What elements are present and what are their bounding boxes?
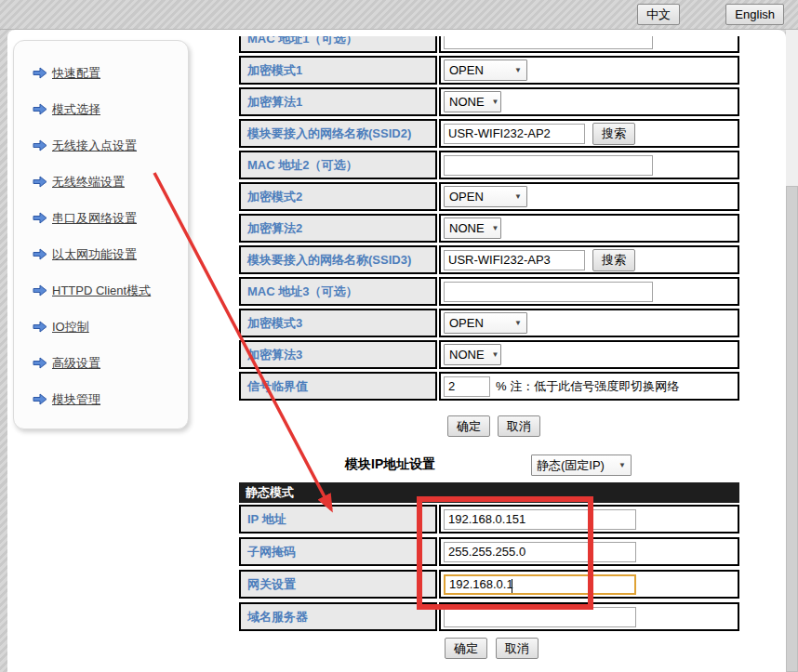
table-row-dns-server: 域名服务器: [239, 602, 739, 631]
row-label: MAC 地址1（可选）: [247, 36, 357, 47]
row-label: 加密模式1: [247, 62, 302, 79]
row-label: 加密算法1: [247, 94, 302, 111]
encryption-mode3-select[interactable]: OPEN ▼: [444, 312, 527, 334]
row-label: 网关设置: [247, 576, 296, 593]
mac1-input[interactable]: [444, 36, 653, 49]
mac3-input[interactable]: [444, 282, 653, 302]
select-value: 静态(固定IP): [537, 457, 605, 474]
table-row-gateway: 网关设置: [239, 570, 739, 599]
select-value: NONE: [449, 348, 485, 362]
static-mode-header: 静态模式: [239, 482, 739, 503]
table-row-encalgo2: 加密算法2 NONE ▼: [239, 214, 739, 243]
select-value: OPEN: [449, 190, 484, 204]
row-label: IP 地址: [247, 511, 286, 528]
table-row-encmode1: 加密模式1 OPEN ▼: [239, 56, 739, 85]
subnet-mask-input[interactable]: [444, 542, 636, 562]
table-row-mac1: MAC 地址1（可选）: [239, 36, 739, 53]
language-chinese-button[interactable]: 中文: [637, 4, 680, 25]
row-label: 子网掩码: [247, 544, 296, 560]
signal-threshold-input[interactable]: [444, 376, 490, 397]
cancel-button[interactable]: 取消: [498, 415, 540, 437]
row-label: 模块要接入的网络名称(SSID2): [247, 125, 411, 142]
row-label: 域名服务器: [247, 609, 308, 626]
row-label: 加密算法3: [247, 347, 302, 363]
ip-section-title: 模块IP地址设置: [345, 456, 435, 473]
signal-threshold-note: % 注：低于此信号强度即切换网络: [496, 378, 679, 395]
ok-button[interactable]: 确定: [447, 415, 490, 437]
language-english-button[interactable]: English: [725, 4, 784, 25]
chevron-down-icon: ▼: [514, 66, 522, 74]
table-row-ip-address: IP 地址: [239, 505, 739, 534]
row-label: 加密模式3: [247, 315, 302, 332]
table-row-encalgo1: 加密算法1 NONE ▼: [239, 87, 739, 116]
select-value: NONE: [449, 95, 485, 109]
ok-button[interactable]: 确定: [445, 638, 487, 659]
ip-mode-select[interactable]: 静态(固定IP) ▼: [531, 455, 632, 476]
select-value: NONE: [449, 221, 485, 235]
row-label: 加密模式2: [247, 189, 302, 205]
chevron-down-icon: ▼: [492, 350, 499, 359]
table-row-encalgo3: 加密算法3 NONE ▼: [239, 340, 739, 369]
encryption-algo3-select[interactable]: NONE ▼: [444, 344, 501, 365]
chevron-down-icon: ▼: [492, 98, 499, 106]
table-row-ssid2: 模块要接入的网络名称(SSID2) 搜索: [239, 119, 739, 148]
ip-address-input[interactable]: [444, 509, 636, 530]
table-row-subnet-mask: 子网掩码: [239, 537, 739, 566]
chevron-down-icon: ▼: [514, 319, 522, 327]
table-row-encmode2: 加密模式2 OPEN ▼: [239, 182, 739, 211]
table-row-mac3: MAC 地址3（可选）: [239, 277, 739, 306]
encryption-mode2-select[interactable]: OPEN ▼: [444, 186, 527, 207]
scrollbar-track[interactable]: [786, 30, 798, 672]
search-button[interactable]: 搜索: [592, 123, 635, 145]
dns-server-input[interactable]: [444, 607, 636, 627]
row-label: 加密算法2: [247, 220, 302, 237]
cancel-button[interactable]: 取消: [496, 638, 539, 659]
row-label: MAC 地址2（可选）: [247, 157, 357, 174]
encryption-mode1-select[interactable]: OPEN ▼: [444, 59, 527, 81]
main-content: MAC 地址1（可选） 加密模式1 OPEN ▼ 加密算法1 NONE ▼ 模块…: [0, 36, 786, 672]
gateway-input[interactable]: [444, 574, 636, 595]
encryption-algo2-select[interactable]: NONE ▼: [444, 217, 501, 239]
ssid3-input[interactable]: [444, 250, 585, 270]
select-value: OPEN: [449, 63, 484, 77]
top-language-bar: 中文 English: [0, 0, 798, 30]
chevron-down-icon: ▼: [492, 224, 499, 232]
row-label: 模块要接入的网络名称(SSID3): [247, 252, 411, 269]
chevron-down-icon: ▼: [514, 192, 522, 201]
encryption-algo1-select[interactable]: NONE ▼: [444, 91, 501, 112]
ssid2-input[interactable]: [444, 124, 585, 144]
table-row-mac2: MAC 地址2（可选）: [239, 151, 739, 179]
chevron-down-icon: ▼: [618, 461, 626, 469]
mac2-input[interactable]: [444, 155, 653, 176]
row-label: MAC 地址3（可选）: [247, 283, 357, 300]
row-label: 信号临界值: [247, 378, 308, 395]
table-row-ssid3: 模块要接入的网络名称(SSID3) 搜索: [239, 245, 739, 274]
text-cursor: [512, 579, 512, 593]
select-value: OPEN: [449, 316, 484, 330]
scrollbar-thumb[interactable]: [786, 186, 798, 672]
table-row-encmode3: 加密模式3 OPEN ▼: [239, 309, 739, 337]
table-row-signal-threshold: 信号临界值 % 注：低于此信号强度即切换网络: [239, 372, 739, 401]
search-button[interactable]: 搜索: [592, 249, 635, 271]
